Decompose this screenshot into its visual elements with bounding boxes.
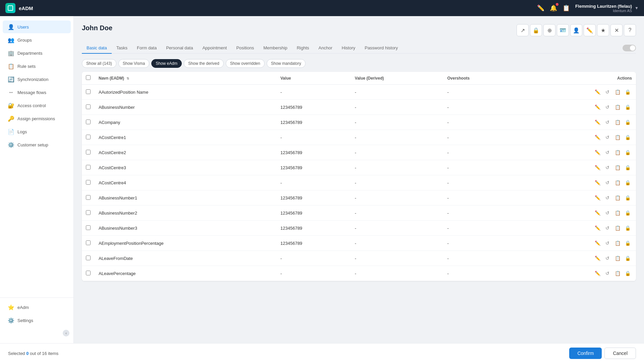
filter-show-all[interactable]: Show all (143) bbox=[82, 59, 116, 68]
row-lock-1[interactable]: 🔒 bbox=[623, 88, 632, 96]
row-edit-1[interactable]: ✏️ bbox=[593, 88, 602, 96]
sidebar-item-groups[interactable]: 👥 Groups bbox=[3, 34, 71, 46]
row-edit-9[interactable]: ✏️ bbox=[593, 209, 602, 217]
sidebar-item-settings[interactable]: ⚙️ Settings bbox=[3, 314, 71, 327]
sidebar-item-access-control[interactable]: 🔐 Access control bbox=[3, 99, 71, 112]
tab-tasks[interactable]: Tasks bbox=[112, 43, 132, 54]
row-edit-7[interactable]: ✏️ bbox=[593, 178, 602, 187]
row-copy-9[interactable]: 📋 bbox=[613, 209, 622, 217]
user-menu[interactable]: Flemming Lauritzen (flelau) Identum AS ▼ bbox=[575, 4, 639, 13]
row-checkbox-1[interactable] bbox=[86, 89, 91, 94]
tab-membership[interactable]: Membership bbox=[259, 43, 292, 54]
row-undo-4[interactable]: ↺ bbox=[603, 133, 612, 142]
row-lock-10[interactable]: 🔒 bbox=[623, 224, 632, 232]
row-copy-4[interactable]: 📋 bbox=[613, 133, 622, 142]
row-undo-9[interactable]: ↺ bbox=[603, 209, 612, 217]
row-edit-8[interactable]: ✏️ bbox=[593, 193, 602, 202]
tab-personal-data[interactable]: Personal data bbox=[161, 43, 198, 54]
row-edit-6[interactable]: ✏️ bbox=[593, 163, 602, 172]
delete-toolbar-button[interactable]: ✕ bbox=[610, 24, 623, 36]
row-lock-6[interactable]: 🔒 bbox=[623, 163, 632, 172]
tab-form-data[interactable]: Form data bbox=[132, 43, 161, 54]
sidebar-item-eadm[interactable]: ⭐ eAdm bbox=[3, 301, 71, 314]
tab-positions[interactable]: Positions bbox=[231, 43, 259, 54]
row-lock-5[interactable]: 🔒 bbox=[623, 148, 632, 157]
row-copy-12[interactable]: 📋 bbox=[613, 254, 622, 263]
select-all-checkbox[interactable] bbox=[86, 75, 91, 80]
sidebar-item-users[interactable]: 👤 Users bbox=[3, 20, 71, 33]
tab-rights[interactable]: Rights bbox=[292, 43, 314, 54]
row-undo-10[interactable]: ↺ bbox=[603, 224, 612, 232]
pen-toolbar-button[interactable]: ✏️ bbox=[584, 24, 596, 36]
row-edit-12[interactable]: ✏️ bbox=[593, 254, 602, 263]
filter-show-visma[interactable]: Show Visma bbox=[118, 59, 149, 68]
row-checkbox-10[interactable] bbox=[86, 225, 91, 230]
row-undo-6[interactable]: ↺ bbox=[603, 163, 612, 172]
tab-history[interactable]: History bbox=[337, 43, 360, 54]
row-checkbox-4[interactable] bbox=[86, 135, 91, 139]
row-checkbox-13[interactable] bbox=[86, 271, 91, 275]
row-lock-4[interactable]: 🔒 bbox=[623, 133, 632, 142]
row-undo-12[interactable]: ↺ bbox=[603, 254, 612, 263]
sidebar-item-departments[interactable]: 🏢 Departments bbox=[3, 47, 71, 59]
filter-show-mandatory[interactable]: Show mandatory bbox=[267, 59, 306, 68]
row-lock-9[interactable]: 🔒 bbox=[623, 209, 632, 217]
row-lock-2[interactable]: 🔒 bbox=[623, 103, 632, 111]
filter-show-overridden[interactable]: Show overridden bbox=[226, 59, 265, 68]
row-copy-3[interactable]: 📋 bbox=[613, 118, 622, 127]
sidebar-toggle[interactable]: ‹ bbox=[0, 327, 73, 339]
person-toolbar-button[interactable]: 👤 bbox=[570, 24, 582, 36]
row-checkbox-8[interactable] bbox=[86, 195, 91, 200]
row-copy-10[interactable]: 📋 bbox=[613, 224, 622, 232]
row-lock-12[interactable]: 🔒 bbox=[623, 254, 632, 263]
row-copy-7[interactable]: 📋 bbox=[613, 178, 622, 187]
row-copy-2[interactable]: 📋 bbox=[613, 103, 622, 111]
row-edit-2[interactable]: ✏️ bbox=[593, 103, 602, 111]
row-edit-4[interactable]: ✏️ bbox=[593, 133, 602, 142]
tab-anchor[interactable]: Anchor bbox=[314, 43, 337, 54]
row-checkbox-3[interactable] bbox=[86, 120, 91, 124]
row-checkbox-12[interactable] bbox=[86, 256, 91, 260]
tab-appointment[interactable]: Appointment bbox=[198, 43, 231, 54]
row-copy-11[interactable]: 📋 bbox=[613, 239, 622, 247]
sidebar-item-logs[interactable]: 📄 Logs bbox=[3, 125, 71, 138]
tab-basic-data[interactable]: Basic data bbox=[82, 43, 112, 54]
row-edit-3[interactable]: ✏️ bbox=[593, 118, 602, 127]
lock-toolbar-button[interactable]: 🔒 bbox=[530, 24, 542, 36]
row-undo-7[interactable]: ↺ bbox=[603, 178, 612, 187]
row-lock-7[interactable]: 🔒 bbox=[623, 178, 632, 187]
help-toolbar-button[interactable]: ? bbox=[624, 24, 636, 36]
cancel-button[interactable]: Cancel bbox=[604, 348, 636, 359]
row-edit-5[interactable]: ✏️ bbox=[593, 148, 602, 157]
row-edit-10[interactable]: ✏️ bbox=[593, 224, 602, 232]
row-checkbox-5[interactable] bbox=[86, 150, 91, 154]
sidebar-item-rule-sets[interactable]: 📋 Rule sets bbox=[3, 60, 71, 73]
notification-icon[interactable]: 🔔 bbox=[550, 4, 557, 12]
row-copy-6[interactable]: 📋 bbox=[613, 163, 622, 172]
row-lock-13[interactable]: 🔒 bbox=[623, 269, 632, 278]
row-undo-8[interactable]: ↺ bbox=[603, 193, 612, 202]
row-edit-13[interactable]: ✏️ bbox=[593, 269, 602, 278]
export-toolbar-button[interactable]: ↗ bbox=[517, 24, 529, 36]
tab-password-history[interactable]: Password history bbox=[360, 43, 402, 54]
row-copy-1[interactable]: 📋 bbox=[613, 88, 622, 96]
row-checkbox-9[interactable] bbox=[86, 210, 91, 215]
row-undo-1[interactable]: ↺ bbox=[603, 88, 612, 96]
connect-toolbar-button[interactable]: ⊕ bbox=[543, 24, 555, 36]
row-checkbox-7[interactable] bbox=[86, 180, 91, 185]
row-undo-5[interactable]: ↺ bbox=[603, 148, 612, 157]
sidebar-item-customer-setup[interactable]: ⚙️ Customer setup bbox=[3, 138, 71, 151]
id-card-toolbar-button[interactable]: 🪪 bbox=[557, 24, 569, 36]
filter-show-derived[interactable]: Show the derived bbox=[184, 59, 224, 68]
row-undo-3[interactable]: ↺ bbox=[603, 118, 612, 127]
confirm-button[interactable]: Confirm bbox=[569, 348, 602, 359]
row-lock-8[interactable]: 🔒 bbox=[623, 193, 632, 202]
sidebar-item-message-flows[interactable]: ↔️ Message flows bbox=[3, 86, 71, 99]
sort-icon-name[interactable]: ⇅ bbox=[126, 77, 129, 80]
row-checkbox-6[interactable] bbox=[86, 165, 91, 170]
row-copy-13[interactable]: 📋 bbox=[613, 269, 622, 278]
sidebar-item-assign-permissions[interactable]: 🔑 Assign permissions bbox=[3, 112, 71, 125]
row-checkbox-2[interactable] bbox=[86, 104, 91, 109]
copy-icon[interactable]: 📋 bbox=[562, 4, 570, 12]
row-undo-11[interactable]: ↺ bbox=[603, 239, 612, 247]
